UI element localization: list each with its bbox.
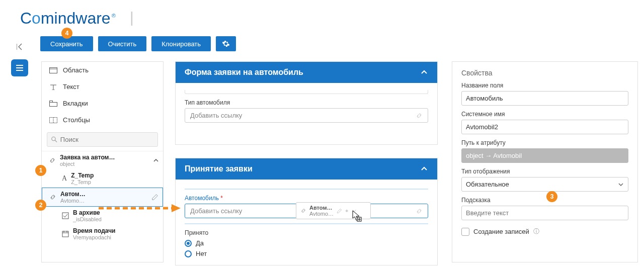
elements-panel: Область Текст Вкладки Столбцы Заявка на …: [41, 61, 164, 262]
svg-rect-0: [50, 67, 57, 73]
card-header[interactable]: Форма заявки на автомобиль: [176, 62, 437, 83]
field-label: Тип автомобиля: [185, 99, 428, 106]
checkbox-icon: [461, 228, 469, 236]
collapse-sidebar-icon[interactable]: [17, 43, 25, 50]
cursor-icon: [352, 210, 362, 222]
callout-badge-2: 2: [35, 200, 46, 211]
brand-logo: Comindware®: [20, 9, 116, 28]
search-field[interactable]: [47, 132, 158, 147]
field-name-input[interactable]: [461, 91, 628, 106]
menu-button[interactable]: [11, 59, 28, 76]
callout-badge-3: 3: [546, 191, 557, 202]
tree-root[interactable]: Заявка на автом… object: [42, 151, 163, 169]
calendar-icon: [62, 230, 69, 237]
card-title: Форма заявки на автомобиль: [185, 68, 303, 77]
placeholder-text: Добавить ссылку: [190, 207, 242, 215]
prop-label: Системное имя: [461, 111, 628, 118]
element-label: Вкладки: [63, 100, 88, 107]
columns-icon: [49, 117, 58, 124]
logo-divider: |: [130, 9, 134, 26]
link-icon: [300, 208, 306, 214]
callout-badge-4: 4: [61, 28, 72, 39]
element-area[interactable]: Область: [42, 62, 163, 78]
link-icon: [416, 208, 423, 215]
chevron-down-icon: [618, 182, 624, 188]
field-label: Автомобиль *: [185, 195, 428, 202]
radio-icon: [185, 240, 192, 247]
hint-input[interactable]: [461, 206, 628, 220]
guide-arrow: [99, 203, 184, 213]
chevron-up-icon[interactable]: [420, 165, 428, 173]
tree-item-ztemp[interactable]: A Z_TempZ_Temp: [42, 169, 163, 188]
attribute-path: object → Avtomobil: [461, 148, 628, 163]
plus-icon: +: [345, 208, 348, 214]
checkbox-icon: [62, 212, 69, 219]
element-label: Столбцы: [63, 116, 90, 124]
settings-button[interactable]: [216, 36, 236, 51]
help-icon[interactable]: ⓘ: [533, 227, 539, 236]
link-icon: [49, 194, 56, 201]
link-icon: [416, 112, 423, 119]
prop-label: Название поля: [461, 82, 628, 89]
radio-yes[interactable]: Да: [185, 239, 428, 247]
chevron-up-icon[interactable]: [153, 157, 159, 163]
display-type-select[interactable]: Обязательное: [461, 177, 628, 192]
gear-icon: [222, 40, 230, 48]
link-icon: [49, 157, 56, 164]
system-name-input[interactable]: [461, 120, 628, 134]
radio-icon: [185, 250, 192, 257]
tree-sub: object: [60, 161, 115, 167]
svg-point-4: [52, 137, 55, 140]
area-icon: [49, 67, 58, 74]
svg-rect-5: [62, 213, 68, 219]
clear-button[interactable]: Очистить: [98, 36, 147, 51]
element-label: Область: [63, 66, 89, 74]
element-text[interactable]: Текст: [42, 78, 163, 95]
tabs-icon: [49, 100, 58, 107]
car-type-input[interactable]: Добавить ссылку: [185, 108, 428, 123]
element-columns[interactable]: Столбцы: [42, 112, 163, 128]
radio-no[interactable]: Нет: [185, 250, 428, 257]
chevron-up-icon[interactable]: [420, 68, 428, 76]
element-label: Текст: [63, 83, 79, 91]
placeholder-text: Добавить ссылку: [190, 112, 242, 119]
element-tabs[interactable]: Вкладки: [42, 95, 163, 112]
text-icon: [49, 83, 58, 91]
tree-item-time[interactable]: Время подачиVremyapodachi: [42, 225, 163, 241]
prop-label: Путь к атрибуту: [461, 139, 628, 146]
svg-rect-6: [62, 231, 68, 237]
create-records-checkbox[interactable]: Создание записей ⓘ: [461, 227, 628, 236]
prop-label: Подсказка: [461, 197, 628, 204]
panel-title: Свойства: [461, 69, 628, 77]
toolbar: Сохранить Очистить Клонировать: [40, 36, 236, 51]
form-card-application: Форма заявки на автомобиль Тип автомобил…: [175, 61, 438, 145]
search-input[interactable]: [60, 136, 153, 143]
edit-icon[interactable]: [151, 194, 158, 201]
accepted-label: Принято: [185, 229, 428, 236]
svg-rect-1: [50, 102, 57, 106]
letter-a-icon: A: [62, 174, 67, 183]
edit-icon: [337, 208, 342, 214]
card-title: Принятие заявки: [185, 164, 253, 173]
callout-badge-1: 1: [35, 165, 46, 176]
tree-label: Заявка на автом…: [60, 154, 115, 161]
attribute-tree: Заявка на автом… object A Z_TempZ_Temp А…: [42, 151, 163, 241]
properties-panel: Свойства Название поля Системное имя Пут…: [452, 61, 638, 262]
prop-label: Тип отображения: [461, 168, 628, 175]
card-header[interactable]: Принятие заявки: [176, 158, 437, 180]
svg-rect-2: [50, 101, 53, 102]
search-icon: [51, 136, 57, 143]
clone-button[interactable]: Клонировать: [151, 36, 211, 51]
